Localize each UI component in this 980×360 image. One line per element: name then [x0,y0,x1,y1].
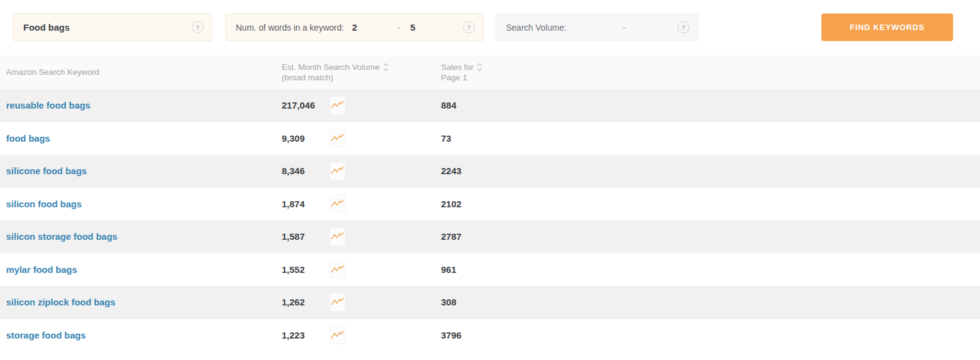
help-icon[interactable]: ? [463,21,475,33]
word-count-separator: - [398,23,401,33]
trend-sparkline-icon[interactable] [330,194,345,213]
trend-sparkline-icon[interactable] [330,96,345,115]
keyword-link[interactable]: storage food bags [0,330,277,340]
help-icon[interactable]: ? [192,21,203,33]
trend-sparkline-icon[interactable] [330,260,345,278]
sales-value: 2243 [345,166,461,176]
table-row: silicon storage food bags 1,587 2787 [0,220,980,253]
keyword-input[interactable] [23,22,192,33]
search-volume-value: 1,223 [277,330,330,340]
sales-value: 308 [345,297,456,307]
column-header-volume-label: Est. Month Search Volume [282,62,380,72]
search-volume-value: 1,874 [277,199,330,209]
table-row: silicon food bags 1,874 2102 [0,188,980,221]
column-header-keyword[interactable]: Amazon Search Keyword [0,67,277,77]
trend-sparkline-icon[interactable] [330,228,345,246]
trend-sparkline-icon[interactable] [330,162,345,180]
sales-value: 3796 [345,330,461,340]
keyword-link[interactable]: silicon food bags [0,199,277,209]
search-volume-value: 217,046 [277,100,330,110]
trend-sparkline-icon[interactable] [330,293,345,312]
search-volume-value[interactable]: - [623,23,626,33]
word-count-min-value[interactable]: 2 [352,22,357,33]
search-volume-value: 1,262 [277,297,330,307]
table-header-row: Amazon Search Keyword Est. Month Search … [0,55,980,89]
keyword-link[interactable]: silicone food bags [0,166,277,176]
word-count-max-value[interactable]: 5 [410,22,415,33]
help-icon[interactable]: ? [677,21,689,33]
search-volume-filter-box[interactable]: Search Volume: - ? [496,13,698,41]
sales-value: 73 [345,133,451,144]
keyword-link[interactable]: reusable food bags [0,100,277,110]
table-row: silicone food bags 8,346 2243 [0,155,980,188]
sort-icon[interactable] [383,63,388,71]
trend-sparkline-icon[interactable] [330,326,345,344]
keyword-link[interactable]: food bags [0,133,277,144]
column-header-volume-sub: (broad match) [282,72,441,83]
keyword-link[interactable]: mylar food bags [0,264,277,275]
search-volume-value: 1,587 [277,231,330,242]
word-count-label: Num. of words in a keyword: [236,23,344,33]
table-row: storage food bags 1,223 3796 [0,319,980,352]
sort-icon[interactable] [477,63,482,71]
keywords-table: Amazon Search Keyword Est. Month Search … [0,55,980,351]
sales-value: 2787 [345,231,461,242]
column-header-sales[interactable]: Sales for Page 1 [441,62,482,83]
table-body: reusable food bags 217,046 884 food bags… [0,89,980,351]
search-volume-value: 8,346 [277,166,330,176]
table-row: reusable food bags 217,046 884 [0,89,980,122]
sales-value: 884 [345,100,456,110]
search-volume-label: Search Volume: [506,23,567,33]
table-row: food bags 9,309 73 [0,122,980,155]
column-header-sales-label: Sales for [441,62,473,72]
column-header-volume[interactable]: Est. Month Search Volume (broad match) [277,62,441,83]
trend-sparkline-icon[interactable] [330,129,345,147]
keyword-link[interactable]: silicon storage food bags [0,231,277,242]
search-volume-value: 1,552 [277,264,330,275]
sales-value: 961 [345,264,456,275]
sales-value: 2102 [345,199,461,209]
find-keywords-button[interactable]: FIND KEYWORDS [821,13,953,41]
keyword-filter-box[interactable]: ? [13,13,213,41]
column-header-sales-sub: Page 1 [441,72,482,83]
table-row: mylar food bags 1,552 961 [0,253,980,286]
filter-bar: ? Num. of words in a keyword: 2 - 5 ? Se… [0,0,980,55]
keyword-link[interactable]: silicon ziplock food bags [0,297,277,307]
word-count-filter-box[interactable]: Num. of words in a keyword: 2 - 5 ? [225,13,484,41]
search-volume-value: 9,309 [277,133,330,144]
table-row: silicon ziplock food bags 1,262 308 [0,286,980,319]
